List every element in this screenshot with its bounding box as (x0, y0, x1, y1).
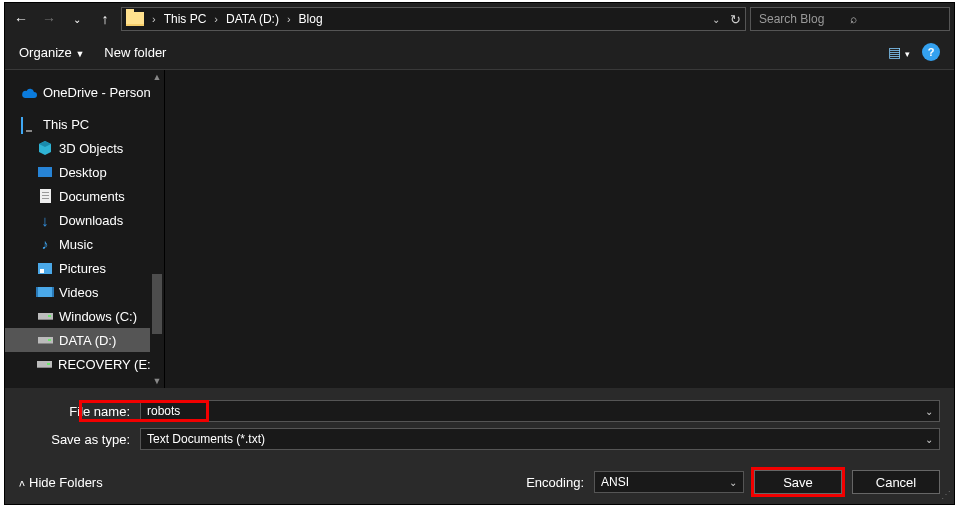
folder-icon (126, 12, 144, 26)
desktop-icon (37, 164, 53, 180)
up-button[interactable]: ↑ (93, 7, 117, 31)
save-panel: File name: robots ⌄ Save as type: Text D… (5, 388, 954, 504)
cancel-button[interactable]: Cancel (852, 470, 940, 494)
caret-down-icon: ▼ (75, 49, 84, 59)
video-icon (37, 284, 53, 300)
pc-icon (21, 116, 37, 132)
highlight-annotation: Save (754, 470, 842, 494)
encoding-label: Encoding: (526, 475, 584, 490)
views-icon[interactable]: ▤ ▾ (888, 44, 910, 60)
download-icon: ↓ (37, 212, 53, 228)
tree-recovery-e[interactable]: RECOVERY (E:) (5, 352, 150, 376)
tree-pictures[interactable]: Pictures (5, 256, 150, 280)
resize-grip-icon[interactable]: ⋰ (941, 489, 950, 500)
pictures-icon (37, 260, 53, 276)
sidebar-scrollbar[interactable]: ▲ ▼ (150, 70, 164, 388)
dialog-body: OneDrive - Person This PC 3D Objects Des… (5, 69, 954, 388)
music-icon: ♪ (37, 236, 53, 252)
chevron-right-icon: › (150, 13, 158, 25)
scroll-up-icon[interactable]: ▲ (150, 70, 164, 84)
recent-locations-button[interactable]: ⌄ (65, 7, 89, 31)
drive-icon (37, 356, 52, 372)
document-icon (37, 188, 53, 204)
tree-downloads[interactable]: ↓ Downloads (5, 208, 150, 232)
back-button[interactable]: ← (9, 7, 33, 31)
chevron-up-icon: ʌ (19, 477, 25, 488)
tree-music[interactable]: ♪ Music (5, 232, 150, 256)
tree-3d-objects[interactable]: 3D Objects (5, 136, 150, 160)
tree-documents[interactable]: Documents (5, 184, 150, 208)
search-placeholder: Search Blog (759, 12, 850, 26)
tree-videos[interactable]: Videos (5, 280, 150, 304)
dropdown-icon[interactable]: ⌄ (925, 406, 933, 417)
tree-onedrive[interactable]: OneDrive - Person (5, 80, 150, 104)
dropdown-icon[interactable]: ⌄ (729, 477, 737, 488)
new-folder-button[interactable]: New folder (104, 45, 166, 60)
save-as-type-label: Save as type: (19, 432, 134, 447)
scroll-down-icon[interactable]: ▼ (150, 374, 164, 388)
save-button[interactable]: Save (754, 470, 842, 494)
cloud-icon (21, 84, 37, 100)
file-list-area[interactable] (165, 70, 954, 388)
navigation-bar: ← → ⌄ ↑ › This PC › DATA (D:) › Blog ⌄ ↻… (5, 3, 954, 35)
address-dropdown-icon[interactable]: ⌄ (712, 14, 720, 25)
dropdown-icon[interactable]: ⌄ (925, 434, 933, 445)
save-as-type-select[interactable]: Text Documents (*.txt) ⌄ (140, 428, 940, 450)
search-icon: ⌕ (850, 12, 941, 26)
file-name-input[interactable]: robots ⌄ (140, 400, 940, 422)
organize-button[interactable]: Organize ▼ (19, 45, 84, 60)
chevron-right-icon: › (285, 13, 293, 25)
help-icon[interactable]: ? (922, 43, 940, 61)
drive-icon (37, 332, 53, 348)
file-name-label: File name: (19, 404, 134, 419)
forward-button[interactable]: → (37, 7, 61, 31)
tree-windows-c[interactable]: Windows (C:) (5, 304, 150, 328)
breadcrumb-this-pc[interactable]: This PC (164, 12, 207, 26)
search-input[interactable]: Search Blog ⌕ (750, 7, 950, 31)
refresh-icon[interactable]: ↻ (730, 12, 741, 27)
cube-icon (37, 140, 53, 156)
breadcrumb-blog[interactable]: Blog (299, 12, 323, 26)
tree-this-pc[interactable]: This PC (5, 112, 150, 136)
toolbar: Organize ▼ New folder ▤ ▾ ? (5, 35, 954, 69)
breadcrumb-data-d[interactable]: DATA (D:) (226, 12, 279, 26)
tree-desktop[interactable]: Desktop (5, 160, 150, 184)
scrollbar-thumb[interactable] (152, 274, 162, 334)
address-bar[interactable]: › This PC › DATA (D:) › Blog ⌄ ↻ (121, 7, 746, 31)
tree-data-d[interactable]: DATA (D:) (5, 328, 150, 352)
folder-tree: OneDrive - Person This PC 3D Objects Des… (5, 70, 165, 388)
encoding-select[interactable]: ANSI ⌄ (594, 471, 744, 493)
drive-icon (37, 308, 53, 324)
chevron-right-icon: › (212, 13, 220, 25)
hide-folders-button[interactable]: ʌ Hide Folders (19, 475, 103, 490)
